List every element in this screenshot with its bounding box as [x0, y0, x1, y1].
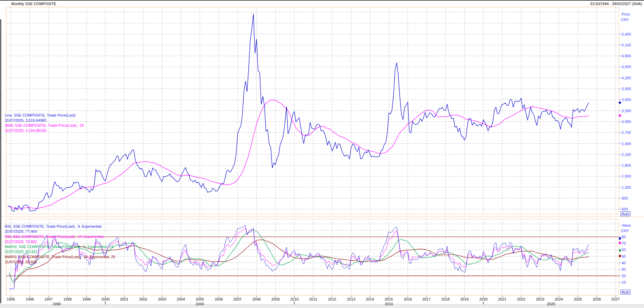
x-axis-year-label: 1998: [61, 297, 74, 301]
price-panel-legend: Line, SSE COMPOSITE, Trade Price(Last)31…: [5, 113, 84, 133]
value-axis-tick-label: 10: [622, 280, 626, 284]
x-axis-year-label: 2023: [534, 297, 546, 301]
x-axis-year-label: 2011: [307, 297, 319, 301]
x-axis-year-label: 2018: [439, 297, 452, 301]
price-axis-tick-label: 2,400: [622, 142, 631, 146]
x-axis-year-label: 2022: [515, 297, 527, 301]
value-axis-unit: CNY: [621, 229, 629, 233]
x-axis-year-label: 1996: [24, 297, 36, 301]
price-legend-row-1: 31/07/2025, 3,519.64980: [5, 118, 84, 123]
x-axis-year-label: 2006: [213, 297, 225, 301]
x-axis-year-label: 2003: [156, 297, 168, 301]
rsi-legend-row-7: 31/07/2025, 50.606: [5, 260, 115, 265]
price-legend-row-2: SMA, SSE COMPOSITE, Trade Price(Last), 2…: [5, 123, 84, 128]
price-axis-tick-label: 2,100: [622, 152, 631, 157]
x-axis-year-label: 2024: [553, 297, 565, 301]
x-axis-year-label: 2017: [420, 297, 433, 301]
x-axis-year-label: 2025: [572, 297, 584, 301]
rsi-legend-row-0: RSI, SSE COMPOSITE, Trade Price(Last), 9…: [5, 224, 115, 229]
x-axis-year-label: 2008: [250, 297, 263, 301]
x-axis-year-label: 2026: [591, 297, 603, 301]
x-axis-year-label: 2009: [269, 297, 282, 301]
price-axis-tick-label: 1,800: [622, 163, 631, 167]
x-axis-year-label: 2002: [137, 297, 149, 301]
x-axis-decade-label: 2020: [544, 302, 558, 306]
x-axis-year-label: 2019: [458, 297, 471, 301]
price-legend-row-0: Line, SSE COMPOSITE, Trade Price(Last): [5, 113, 84, 118]
rsi-legend-row-6: MARSI, SSE COMPOSITE, Trade Price(Last),…: [5, 254, 115, 260]
x-axis-year-label: 2000: [99, 297, 112, 301]
price-axis-auto-button[interactable]: Auto: [621, 211, 630, 216]
price-axis-unit: CNY: [621, 18, 629, 22]
x-axis-year-label: 2004: [175, 297, 187, 301]
price-axis-tick-label: 2,700: [622, 130, 631, 135]
rsi-legend-row-1: 31/07/2025, 77.464: [5, 229, 115, 234]
price-axis-tick-label: 3,600: [622, 98, 631, 102]
x-axis-year-label: 2027: [609, 297, 622, 301]
rsi-legend-row-2: RSI, SSE COMPOSITE, Trade Price(Last), 1…: [5, 234, 115, 239]
price-axis-tick-label: 5,100: [622, 43, 631, 47]
value-axis-tick-label: 50: [622, 254, 626, 259]
value-axis-auto-button[interactable]: Auto: [621, 290, 630, 294]
price-axis-tick-label: 5,400: [622, 32, 631, 36]
value-axis-title: Value: [622, 223, 631, 227]
price-axis-tick-label: 3,000: [622, 120, 631, 124]
value-axis-tick-label: 30: [622, 267, 626, 271]
value-axis-tick-label: 40: [622, 261, 626, 265]
rsi-legend-row-3: 31/07/2025, 70.802: [5, 239, 115, 244]
rsi-legend-row-5: 31/07/2025, 59.303: [5, 249, 115, 254]
price-axis-tick-label: 4,500: [622, 65, 631, 69]
x-axis-year-label: 2007: [231, 297, 244, 301]
x-axis-year-label: 2012: [326, 297, 338, 301]
price-axis-tick-label: 600: [622, 207, 628, 211]
x-axis-year-label: 2021: [496, 297, 508, 301]
price-axis-tick-label: 4,800: [622, 54, 631, 58]
x-axis-year-label: 2014: [364, 297, 376, 301]
price-axis-tick-label: 900: [622, 196, 628, 200]
rsi-panel-legend: RSI, SSE COMPOSITE, Trade Price(Last), 9…: [5, 224, 115, 265]
price-plot-area[interactable]: [6, 7, 619, 214]
x-axis-year-label: 2020: [477, 297, 490, 301]
x-axis-year-label: 2016: [402, 297, 414, 301]
x-axis-year-label: 1997: [42, 297, 55, 301]
value-axis-tick-label: 80: [622, 235, 626, 239]
price-axis-title: Price: [622, 12, 630, 16]
x-axis-year-label: 2010: [288, 297, 301, 301]
x-axis-decade-label: 2010: [382, 302, 396, 306]
price-legend-row-3: 31/07/2025, 3,164.88156: [5, 128, 84, 133]
x-axis-year-label: 1995: [5, 297, 17, 301]
value-axis-tick-label: 20: [622, 274, 626, 278]
x-axis-year-label: 1999: [80, 297, 93, 301]
price-axis-tick-label: 4,200: [622, 76, 631, 80]
x-axis-year-label: 2005: [194, 297, 206, 301]
chart-window: Monthly SSE COMPOSITE 31/10/1994 - 28/02…: [0, 0, 644, 308]
x-axis-decade-label: 1990: [50, 302, 63, 306]
left-window-edge: [0, 19, 1, 303]
price-axis-tick-label: 1,500: [622, 174, 631, 178]
x-axis-year-label: 2001: [118, 297, 130, 301]
x-axis-year-label: 2013: [345, 297, 357, 301]
value-axis-tick-label: 70: [622, 241, 626, 245]
rsi-legend-row-4: MARSI, SSE COMPOSITE, Trade Price(Last),…: [5, 244, 115, 249]
price-axis-tick-label: 3,300: [622, 109, 631, 113]
x-axis-year-label: 2015: [383, 297, 395, 301]
x-axis-decade-label: 2000: [193, 302, 207, 306]
price-axis-tick-label: 1,200: [622, 185, 631, 189]
value-axis-tick-label: 60: [622, 248, 626, 252]
price-axis-tick-label: 3,900: [622, 87, 631, 91]
